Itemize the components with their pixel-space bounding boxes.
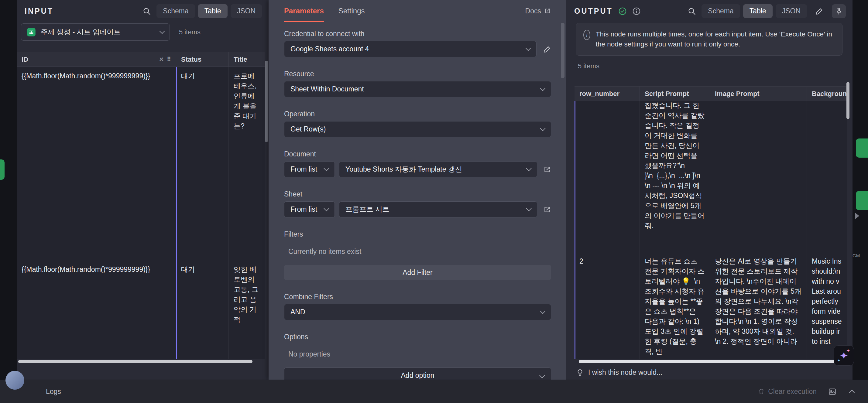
user-avatar[interactable] <box>5 371 24 390</box>
operation-select[interactable]: Get Row(s) <box>284 121 551 137</box>
docs-link[interactable]: Docs <box>525 0 551 22</box>
output-col-background: Background <box>807 87 847 101</box>
resource-select[interactable]: Sheet Within Document <box>284 81 551 97</box>
document-select[interactable]: Youtube Shorts 자동화 Template 갱신 <box>339 161 537 177</box>
add-option-select[interactable]: Add option <box>284 368 551 380</box>
chevron-down-icon <box>540 125 545 131</box>
output-table-header: row_number Script Prompt Image Prompt Ba… <box>575 87 847 101</box>
notice-info-icon: i <box>583 30 590 40</box>
sheet-label: Sheet <box>284 190 551 198</box>
canvas-node-fragment <box>856 191 868 210</box>
chevron-down-icon <box>526 165 531 171</box>
column-accent-line <box>176 67 177 359</box>
output-col-script-prompt: Script Prompt <box>640 87 710 101</box>
cell-title: 프로메테우스, 인류에게 불을 준 대가는? <box>229 67 265 260</box>
filters-empty-note: Currently no items exist <box>288 248 551 256</box>
chevron-down-icon <box>323 206 329 211</box>
output-table: row_number Script Prompt Image Prompt Ba… <box>575 86 847 359</box>
cell-title: 잊힌 베토벤의 고통, 그리고 음악의 기적 <box>229 260 265 359</box>
screenshot-icon[interactable] <box>828 388 836 396</box>
sheet-mode-select[interactable]: From list <box>284 202 335 217</box>
output-vertical-scrollbar[interactable] <box>846 82 849 119</box>
chevron-down-icon <box>540 85 545 91</box>
sparkle-tiny-icon: ✦ <box>837 359 840 362</box>
cell-row-number: 2 <box>575 252 640 359</box>
canvas-node-fragment <box>0 159 5 180</box>
clear-execution-button[interactable]: Clear execution <box>758 388 817 396</box>
logs-toggle[interactable]: Logs <box>46 388 61 396</box>
input-node-select-value: 주제 생성 - 시트 업데이트 <box>41 27 155 37</box>
ai-assistant-button[interactable]: ✦ ✦ ✦ <box>834 345 854 366</box>
column-close-icon[interactable]: ✕ <box>159 56 164 63</box>
lightbulb-icon <box>576 369 584 377</box>
parameters-body: Credential to connect with Google Sheets… <box>269 22 566 380</box>
input-node-select[interactable]: 주제 생성 - 시트 업데이트 <box>21 23 170 41</box>
input-tab-json[interactable]: JSON <box>230 4 262 18</box>
tab-parameters[interactable]: Parameters <box>284 0 324 22</box>
cell-image-prompt: 당신은 AI로 영상을 만들기 위한 전문 스토리보드 제작자입니다. \n주어… <box>710 252 807 359</box>
output-tab-json[interactable]: JSON <box>776 4 807 18</box>
chevron-down-icon <box>526 206 531 211</box>
cell-id: {{Math.floor(Math.random()*999999999)}} <box>17 260 176 359</box>
input-tab-schema[interactable]: Schema <box>156 4 195 18</box>
edit-credential-pencil-icon[interactable] <box>543 45 551 53</box>
bottom-bar-actions: Clear execution <box>758 388 856 396</box>
input-search-icon[interactable] <box>143 7 151 16</box>
canvas-strip-left <box>0 0 17 380</box>
chevron-down-icon <box>323 165 329 171</box>
input-node-selector-row: 주제 생성 - 시트 업데이트 5 items <box>17 22 269 41</box>
table-row[interactable]: 집혔습니다. 그 한순간이 역사를 갈랐습니다. 작은 결정이 거대한 변화를 … <box>575 101 847 252</box>
input-header: INPUT Schema Table JSON <box>17 0 269 22</box>
column-drag-icon[interactable]: ⠿ <box>167 56 171 63</box>
chevron-down-icon <box>539 373 545 378</box>
combine-filters-select[interactable]: AND <box>284 304 551 320</box>
open-document-external-link-icon[interactable] <box>543 165 551 174</box>
credential-label: Credential to connect with <box>284 30 551 38</box>
input-col-id: ID ✕ ⠿ <box>17 52 176 67</box>
credential-select[interactable]: Google Sheets account 4 <box>284 41 536 57</box>
clear-execution-label: Clear execution <box>768 388 817 396</box>
operation-field: Operation Get Row(s) <box>284 110 551 137</box>
output-tab-schema[interactable]: Schema <box>702 4 740 18</box>
wish-node-would-label: I wish this node would... <box>588 368 662 377</box>
wish-node-would-link[interactable]: I wish this node would... <box>566 365 852 380</box>
document-mode-select[interactable]: From list <box>284 161 335 177</box>
open-sheet-external-link-icon[interactable] <box>543 206 551 214</box>
google-sheets-icon <box>27 28 36 37</box>
options-label: Options <box>284 333 551 341</box>
pin-data-icon[interactable] <box>832 4 846 18</box>
collapse-chevron-up-icon[interactable] <box>848 388 856 395</box>
options-empty-note: No properties <box>288 350 551 359</box>
table-row[interactable]: {{Math.floor(Math.random()*999999999)}} … <box>17 260 265 359</box>
output-header: OUTPUT Schema Table JSON <box>566 0 852 22</box>
output-col-row-number: row_number <box>575 87 640 101</box>
add-filter-button[interactable]: Add Filter <box>284 265 551 280</box>
cell-status: 대기 <box>176 260 229 359</box>
chevron-down-icon <box>540 308 545 314</box>
parameters-vertical-scrollbar[interactable] <box>561 23 564 78</box>
tab-settings[interactable]: Settings <box>338 0 365 22</box>
filters-label: Filters <box>284 230 551 239</box>
cell-background <box>807 101 847 252</box>
document-label: Document <box>284 150 551 158</box>
output-search-icon[interactable] <box>687 7 696 16</box>
table-row[interactable]: 2 너는 유튜브 쇼츠 전문 기획자이자 스토리텔러야 💡 \n조회수와 시청자… <box>575 252 847 359</box>
canvas-strip-right <box>852 0 868 380</box>
sheet-select[interactable]: 프롬프트 시트 <box>339 202 537 217</box>
input-vertical-scrollbar[interactable] <box>265 61 268 142</box>
input-horizontal-scrollbar[interactable] <box>18 360 252 363</box>
edit-output-pencil-icon[interactable] <box>812 4 826 18</box>
info-circle-icon[interactable] <box>632 7 641 16</box>
cell-row-number <box>575 101 640 252</box>
cell-image-prompt <box>710 101 807 252</box>
output-panel-title: OUTPUT <box>574 7 613 16</box>
output-tab-table[interactable]: Table <box>743 4 773 18</box>
input-display-mode-tabs: Schema Table JSON <box>156 4 262 18</box>
output-horizontal-scrollbar[interactable] <box>579 360 842 363</box>
chevron-down-icon <box>525 45 531 51</box>
document-field: Document From list Youtube Shorts 자동화 Te… <box>284 150 551 177</box>
input-panel: INPUT Schema Table JSON 주제 생성 - 시트 업데이트 … <box>17 0 269 380</box>
table-row[interactable]: {{Math.floor(Math.random()*999999999)}} … <box>17 67 265 260</box>
input-tab-table[interactable]: Table <box>198 4 227 18</box>
sparkle-small-icon: ✦ <box>846 348 850 353</box>
